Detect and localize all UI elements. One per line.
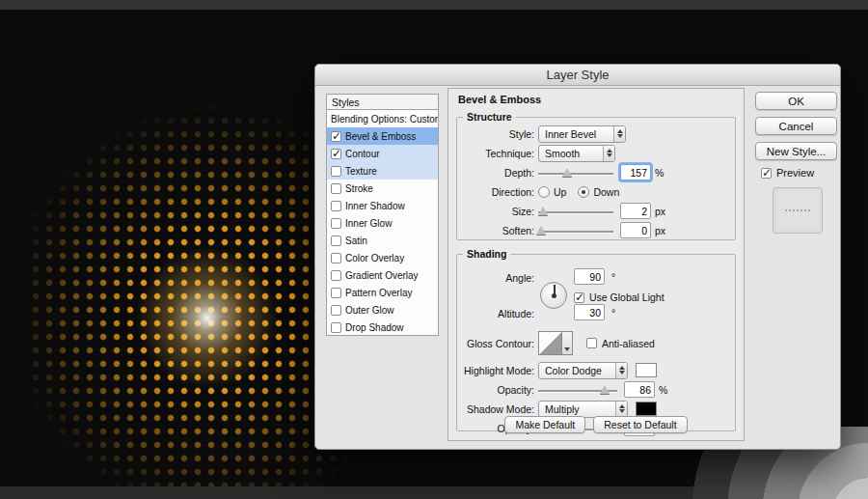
- reset-to-default-button[interactable]: Reset to Default: [593, 416, 687, 433]
- altitude-field[interactable]: [574, 304, 605, 320]
- highlight-opacity-row: Opacity: %: [461, 380, 731, 399]
- highlight-opacity-slider[interactable]: [538, 382, 617, 398]
- angle-dial[interactable]: [540, 282, 567, 309]
- highlight-opacity-field[interactable]: [624, 381, 655, 398]
- shadow-mode-select[interactable]: Multiply: [538, 401, 628, 418]
- make-default-label: Make Default: [515, 419, 575, 430]
- checkbox-icon[interactable]: [331, 288, 341, 298]
- angle-cluster: Angle: ° Use Global Light Altitude: °: [461, 266, 731, 322]
- slider-thumb[interactable]: [562, 168, 572, 177]
- dialog-titlebar[interactable]: Layer Style: [315, 65, 840, 86]
- technique-row-setting: Technique: Smooth: [461, 144, 731, 162]
- preview-thumbnail: [773, 187, 823, 234]
- make-default-button[interactable]: Make Default: [504, 416, 585, 433]
- styles-item-label: Stroke: [345, 183, 373, 194]
- styles-item-inner-glow[interactable]: Inner Glow: [327, 214, 438, 232]
- styles-item-gradient-overlay[interactable]: Gradient Overlay: [327, 266, 438, 284]
- checkbox-icon[interactable]: [331, 166, 341, 177]
- new-style-button[interactable]: New Style...: [755, 142, 837, 160]
- highlight-opacity-unit: %: [659, 384, 667, 396]
- highlight-color-swatch[interactable]: [636, 363, 657, 377]
- styles-item-contour[interactable]: Contour: [327, 145, 438, 162]
- cancel-label: Cancel: [779, 121, 814, 132]
- slider-track: [538, 231, 613, 233]
- styles-item-label: Outer Glow: [345, 305, 394, 316]
- preview-row: Preview: [761, 167, 837, 179]
- styles-item-label: Satin: [345, 236, 367, 246]
- layer-style-dialog: Layer Style Styles Blending Options: Cus…: [314, 64, 841, 450]
- size-label: Size:: [461, 206, 534, 217]
- technique-select[interactable]: Smooth: [538, 145, 615, 162]
- use-global-light-label: Use Global Light: [589, 291, 665, 303]
- styles-item-label: Inner Glow: [345, 218, 392, 229]
- checkbox-icon[interactable]: [331, 201, 341, 211]
- stepper-arrows-icon: [603, 146, 614, 161]
- slider-thumb[interactable]: [536, 226, 546, 235]
- style-select[interactable]: Inner Bevel: [538, 125, 626, 143]
- direction-down-label: Down: [593, 186, 619, 198]
- styles-item-label: Drop Shadow: [345, 322, 404, 333]
- depth-field[interactable]: [620, 164, 651, 180]
- stepper-arrows-icon: [613, 126, 625, 142]
- styles-item-blending-options[interactable]: Blending Options: Custom: [327, 110, 438, 127]
- depth-slider[interactable]: [538, 165, 613, 180]
- soften-field[interactable]: [620, 222, 651, 238]
- styles-header-label: Styles: [332, 97, 360, 108]
- checkbox-icon[interactable]: [331, 305, 341, 316]
- gloss-contour-thumbnail[interactable]: [538, 331, 562, 355]
- anti-aliased-checkbox[interactable]: [586, 338, 597, 348]
- styles-item-bevel-emboss[interactable]: Bevel & Emboss: [327, 127, 438, 145]
- styles-item-color-overlay[interactable]: Color Overlay: [327, 249, 438, 266]
- soften-row-setting: Soften: px: [461, 221, 731, 239]
- checkbox-icon[interactable]: [331, 183, 341, 194]
- styles-item-pattern-overlay[interactable]: Pattern Overlay: [327, 284, 438, 301]
- styles-item-drop-shadow[interactable]: Drop Shadow: [327, 319, 438, 336]
- bevel-emboss-panel: Bevel & Emboss Structure Style: Inner Be…: [448, 88, 745, 441]
- highlight-mode-select[interactable]: Color Dodge: [538, 362, 628, 379]
- shading-group: Shading Angle: ° Use Global Light Altitu…: [456, 254, 736, 431]
- angle-label: Angle:: [461, 272, 534, 284]
- styles-item-texture[interactable]: Texture: [327, 162, 438, 180]
- slider-track: [538, 173, 613, 175]
- checkbox-icon[interactable]: [331, 236, 341, 246]
- checkbox-checked-icon[interactable]: [331, 149, 341, 159]
- styles-item-inner-shadow[interactable]: Inner Shadow: [327, 197, 438, 214]
- depth-row-setting: Depth: %: [461, 163, 731, 181]
- structure-legend: Structure: [463, 111, 516, 123]
- size-row-setting: Size: px: [461, 202, 731, 220]
- styles-item-stroke[interactable]: Stroke: [327, 180, 438, 197]
- ok-button[interactable]: OK: [755, 92, 837, 110]
- checkbox-checked-icon[interactable]: [331, 131, 341, 142]
- use-global-light-checkbox[interactable]: [574, 292, 584, 303]
- angle-dial-hub: [552, 293, 556, 298]
- cancel-button[interactable]: Cancel: [755, 117, 837, 135]
- angle-field[interactable]: [574, 268, 605, 285]
- structure-group: Structure Style: Inner Bevel Technique: …: [456, 117, 736, 240]
- direction-up-radio[interactable]: [538, 186, 550, 198]
- top-menu-strip: [0, 0, 868, 10]
- styles-item-satin[interactable]: Satin: [327, 232, 438, 249]
- gloss-contour-arrow-icon[interactable]: [562, 331, 573, 355]
- use-global-light-row: Use Global Light: [574, 291, 665, 303]
- preview-checkbox[interactable]: [761, 168, 772, 179]
- slider-thumb[interactable]: [538, 207, 548, 215]
- checkbox-icon[interactable]: [331, 253, 341, 263]
- dialog-title: Layer Style: [546, 68, 609, 82]
- stepper-arrows-icon: [615, 402, 627, 417]
- styles-item-outer-glow[interactable]: Outer Glow: [327, 301, 438, 319]
- size-field[interactable]: [620, 203, 651, 219]
- direction-label: Direction:: [461, 186, 534, 198]
- checkbox-icon[interactable]: [331, 322, 341, 333]
- slider-thumb[interactable]: [600, 385, 610, 394]
- shadow-mode-label: Shadow Mode:: [461, 403, 534, 415]
- style-label: Style:: [461, 128, 534, 140]
- checkbox-icon[interactable]: [331, 270, 341, 281]
- soften-slider[interactable]: [538, 223, 613, 238]
- size-slider[interactable]: [538, 204, 613, 219]
- shadow-mode-value: Multiply: [539, 403, 615, 415]
- checkbox-icon[interactable]: [331, 218, 341, 229]
- altitude-unit: °: [611, 307, 615, 319]
- preview-thumbnail-dashes: [785, 209, 810, 211]
- shadow-color-swatch[interactable]: [636, 402, 657, 416]
- direction-down-radio[interactable]: [578, 186, 589, 198]
